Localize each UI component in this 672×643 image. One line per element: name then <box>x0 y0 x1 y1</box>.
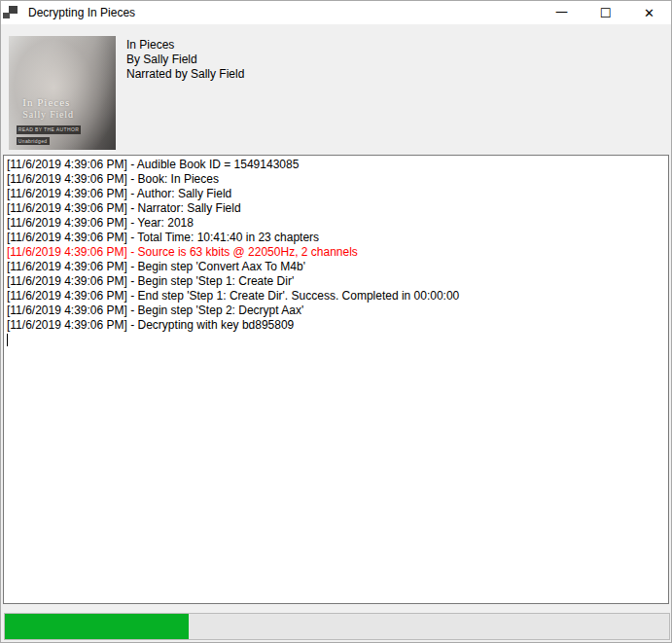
progress-bar-fill <box>5 614 189 639</box>
app-icon-square-small <box>3 13 10 18</box>
cover-unabridged-badge: Unabridged <box>17 137 50 146</box>
cover-author-text: Sally Field <box>22 109 73 120</box>
book-info: In Pieces By Sally Field Narrated by Sal… <box>126 36 244 150</box>
maximize-button[interactable]: ☐ <box>584 1 627 24</box>
minimize-icon: — <box>555 4 568 18</box>
log-line: [11/6/2019 4:39:06 PM] - End step 'Step … <box>7 289 665 304</box>
book-title: In Pieces <box>126 38 244 53</box>
app-icon <box>3 5 18 20</box>
app-window: Decrypting In Pieces — ☐ ✕ In Pieces Sal… <box>0 0 672 643</box>
log-line: [11/6/2019 4:39:06 PM] - Audible Book ID… <box>7 158 665 172</box>
close-icon: ✕ <box>644 6 654 20</box>
title-bar[interactable]: Decrypting In Pieces — ☐ ✕ <box>1 1 671 24</box>
window-title: Decrypting In Pieces <box>28 6 135 19</box>
log-output[interactable]: [11/6/2019 4:39:06 PM] - Audible Book ID… <box>3 155 669 604</box>
book-header: In Pieces Sally Field Read by the author… <box>9 36 663 150</box>
cover-title-text: In Pieces <box>22 96 70 108</box>
log-line: [11/6/2019 4:39:06 PM] - Begin step 'Ste… <box>7 304 665 318</box>
cover-read-by-badge: Read by the author <box>17 125 82 134</box>
log-line: [11/6/2019 4:39:06 PM] - Begin step 'Con… <box>7 260 665 274</box>
log-line: [11/6/2019 4:39:06 PM] - Source is 63 kb… <box>7 245 665 260</box>
minimize-button[interactable]: — <box>540 1 584 24</box>
log-line: [11/6/2019 4:39:06 PM] - Book: In Pieces <box>7 172 665 187</box>
log-line: [11/6/2019 4:39:06 PM] - Year: 2018 <box>7 216 665 231</box>
progress-bar <box>4 613 670 640</box>
book-cover-image: In Pieces Sally Field Read by the author… <box>9 36 116 150</box>
log-line: [11/6/2019 4:39:06 PM] - Decrypting with… <box>7 318 665 333</box>
book-narrator: Narrated by Sally Field <box>126 67 244 82</box>
close-button[interactable]: ✕ <box>627 1 671 24</box>
log-line: [11/6/2019 4:39:06 PM] - Narrator: Sally… <box>7 201 665 216</box>
app-icon-square-large <box>9 6 18 14</box>
log-line: [11/6/2019 4:39:06 PM] - Total Time: 10:… <box>7 231 665 245</box>
log-line: [11/6/2019 4:39:06 PM] - Author: Sally F… <box>7 187 665 201</box>
maximize-icon: ☐ <box>600 6 612 20</box>
log-line: [11/6/2019 4:39:06 PM] - Begin step 'Ste… <box>7 274 665 289</box>
text-caret <box>7 334 8 346</box>
book-author: By Sally Field <box>126 53 244 67</box>
window-controls: — ☐ ✕ <box>540 1 671 24</box>
